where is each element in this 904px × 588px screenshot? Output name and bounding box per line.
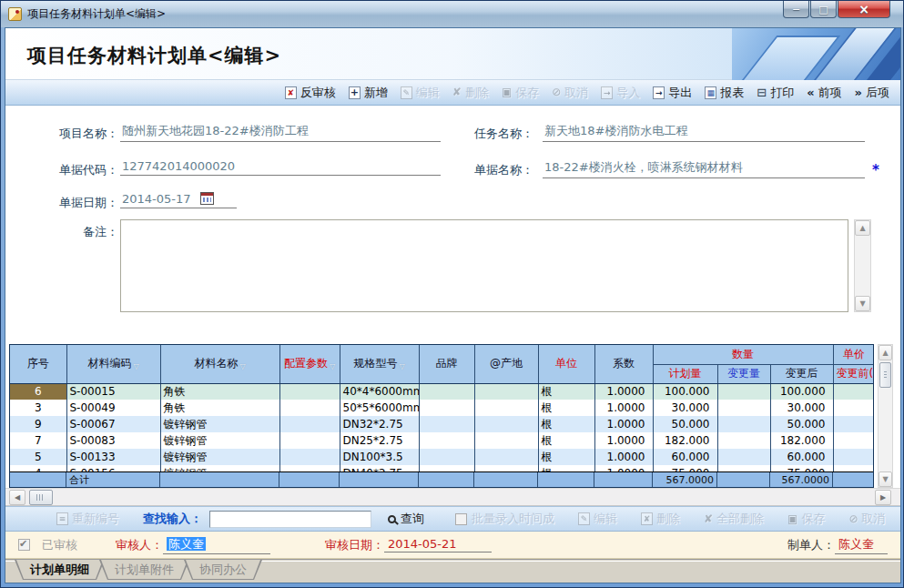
table-row[interactable]: 3S-00049角铁50*5*6000mm根1.000030.00030.000 [10, 400, 874, 416]
cell-change[interactable] [717, 383, 770, 400]
col-header-spec[interactable]: 规格型号▽ [340, 345, 419, 383]
cell-seq[interactable]: 7 [10, 432, 66, 449]
cell-name[interactable]: 角铁 [160, 383, 279, 400]
cell-name[interactable]: 镀锌钢管 [160, 449, 279, 465]
tab-协同办公[interactable]: 协同办公 [184, 560, 262, 580]
cell-unit[interactable]: 根 [538, 432, 594, 449]
doc-date-field[interactable]: 2014-05-17 [120, 192, 237, 208]
project-name-field[interactable]: 随州新天地花园18-22#楼消防工程 [120, 123, 441, 142]
cell-spec[interactable]: DN25*2.75 [340, 432, 419, 449]
cell-origin[interactable] [474, 400, 538, 416]
cell-unit[interactable]: 根 [538, 416, 594, 432]
cell-before[interactable] [833, 432, 874, 449]
col-header-after[interactable]: 变更后 [770, 364, 833, 383]
编辑-button[interactable]: 编辑 [401, 85, 440, 101]
cell-seq[interactable]: 6 [10, 383, 66, 400]
cell-coeff[interactable]: 1.0000 [594, 400, 653, 416]
col-header-unit[interactable]: 单位 [538, 345, 594, 383]
cell-brand[interactable] [419, 400, 474, 416]
删除-button[interactable]: 删除 [641, 511, 680, 527]
col-header-change[interactable]: 变更量 [717, 364, 770, 383]
remark-scrollbar[interactable]: ▲ ▼ [854, 219, 871, 312]
doc-code-field[interactable]: 127742014000020 [120, 159, 441, 176]
cell-param[interactable] [279, 416, 340, 432]
col-header-param[interactable]: 配置参数▽ [279, 345, 340, 383]
cell-brand[interactable] [419, 449, 474, 465]
col-header-code[interactable]: 材料编码▽ [66, 345, 160, 383]
query-button[interactable]: 查询 [388, 511, 424, 527]
cell-param[interactable] [279, 383, 340, 400]
cell-origin[interactable] [474, 449, 538, 465]
close-button[interactable]: × [838, 1, 890, 18]
col-header-coeff[interactable]: 系数 [594, 345, 653, 383]
maker-field[interactable]: 陈义奎 [835, 536, 888, 554]
cell-coeff[interactable]: 1.0000 [594, 383, 653, 400]
calendar-icon[interactable] [200, 192, 214, 205]
table-hscrollbar[interactable]: ◀ ▶ [5, 488, 900, 506]
cell-brand[interactable] [419, 383, 474, 400]
cell-origin[interactable] [474, 383, 538, 400]
cell-code[interactable]: S-00067 [66, 416, 160, 432]
scroll-up-icon[interactable]: ▲ [855, 220, 870, 236]
保存-button[interactable]: 保存 [502, 85, 539, 101]
col-header-before[interactable]: 变更前( [833, 364, 874, 383]
table-row[interactable]: 9S-00067镀锌钢管DN32*2.75根1.000050.00050.000 [10, 416, 874, 432]
scroll-up-icon[interactable]: ▲ [879, 345, 892, 360]
col-header-name[interactable]: 材料名称▽ [160, 345, 279, 383]
cell-code[interactable]: S-00083 [66, 432, 160, 449]
cell-after[interactable]: 182.000 [770, 432, 833, 449]
cell-after[interactable]: 30.000 [770, 400, 833, 416]
col-group-price[interactable]: 单价 [833, 345, 874, 364]
table-row[interactable]: 5S-00133镀锌钢管DN100*3.5根1.000060.00060.000 [10, 449, 874, 465]
find-input[interactable] [209, 511, 371, 528]
cell-spec[interactable]: DN32*2.75 [340, 416, 419, 432]
cell-plan[interactable]: 60.000 [653, 449, 717, 465]
sort-icon[interactable]: ▽ [330, 362, 335, 370]
cell-brand[interactable] [419, 416, 474, 432]
table-scrollbar[interactable]: ▲ ▼ [878, 344, 893, 488]
cell-seq[interactable]: 9 [10, 416, 66, 432]
cell-origin[interactable] [474, 432, 538, 449]
cell-plan[interactable]: 50.000 [653, 416, 717, 432]
col-header-brand[interactable]: 品牌 [419, 345, 474, 383]
sort-icon[interactable]: ▽ [399, 362, 404, 370]
audit-date-field[interactable]: 2014-05-21 [384, 537, 492, 553]
cell-change[interactable] [717, 400, 770, 416]
scrollbar-thumb[interactable] [879, 362, 891, 388]
col-header-plan[interactable]: 计划量 [653, 364, 717, 383]
打印-button[interactable]: 打印 [757, 85, 794, 101]
scroll-left-icon[interactable]: ◀ [9, 490, 25, 505]
cell-name[interactable]: 角铁 [160, 400, 279, 416]
cell-coeff[interactable]: 1.0000 [594, 432, 653, 449]
sort-icon[interactable]: ▽ [133, 362, 138, 370]
cell-change[interactable] [717, 416, 770, 432]
cell-param[interactable] [279, 432, 340, 449]
col-header-origin[interactable]: @产地 [474, 345, 538, 383]
取消-button[interactable]: 取消 [552, 85, 588, 101]
cell-plan[interactable]: 100.000 [653, 383, 717, 400]
cell-after[interactable]: 60.000 [770, 449, 833, 465]
cell-coeff[interactable]: 1.0000 [594, 416, 653, 432]
cell-code[interactable]: S-00133 [66, 449, 160, 465]
cell-seq[interactable]: 3 [10, 400, 66, 416]
cell-coeff[interactable]: 1.0000 [594, 449, 653, 465]
cell-brand[interactable] [419, 432, 474, 449]
cell-spec[interactable]: 40*4*6000mm [340, 383, 419, 400]
cell-before[interactable] [833, 449, 874, 465]
cell-param[interactable] [279, 400, 340, 416]
cell-unit[interactable]: 根 [538, 400, 594, 416]
table-row[interactable]: 7S-00083镀锌钢管DN25*2.75根1.0000182.000182.0… [10, 432, 874, 449]
title-bar[interactable]: 项目任务材料计划单<编辑> ─ □ × [1, 1, 903, 27]
导出-button[interactable]: 导出 [653, 85, 692, 101]
前项-button[interactable]: 前项 [807, 85, 841, 101]
scroll-right-icon[interactable]: ▶ [875, 490, 891, 505]
cell-code[interactable]: S-00049 [66, 400, 160, 416]
cell-before[interactable] [833, 400, 874, 416]
导入-button[interactable]: 导入 [601, 85, 640, 101]
auditor-field[interactable]: 陈义奎 [163, 536, 270, 554]
cell-seq[interactable]: 5 [10, 449, 66, 465]
cell-before[interactable] [833, 383, 874, 400]
取消-button[interactable]: 取消 [848, 511, 885, 527]
col-header-seq[interactable]: 序号 [10, 345, 66, 383]
cell-spec[interactable]: DN100*3.5 [340, 449, 419, 465]
